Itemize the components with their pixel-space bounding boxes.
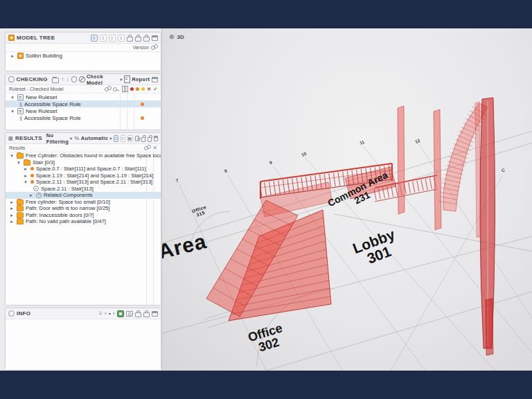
category-icon [24, 160, 30, 166]
ruleset-row[interactable]: ▾ New Ruleset [6, 107, 161, 114]
link-icon[interactable] [151, 46, 155, 50]
key-icon[interactable] [113, 87, 117, 91]
result-label: Path: Door width is too narrow [0/25] [26, 205, 109, 211]
expand-arrow-icon[interactable]: ▾ [10, 109, 15, 114]
window-bottom-bar [0, 371, 532, 399]
arrow-up-icon[interactable]: ↑ [61, 77, 64, 82]
model-tree-toolbar: Version [6, 44, 161, 52]
refresh-icon[interactable] [71, 76, 78, 82]
tree-view-3-button[interactable]: ≡ [109, 35, 116, 42]
tree-lines-icon: ≡ [111, 36, 114, 40]
result-row[interactable]: ▸ Path: Inaccessible doors [0/7] [6, 212, 161, 219]
filter-dropdown[interactable]: No Filtering ▾ [46, 132, 73, 145]
result-row-selected[interactable]: ▸ Related Components [6, 192, 161, 199]
collapse-arrow-icon[interactable]: ▸ [10, 53, 15, 58]
result-row[interactable]: ▸ Space.0.7 : Stair[111] and Space.0.7 :… [6, 166, 161, 172]
camera-icon[interactable] [126, 311, 133, 317]
tree-lines-icon: ≡ [102, 36, 105, 40]
next-icon[interactable]: › [113, 311, 115, 317]
results-icon: ▤ [8, 136, 13, 141]
lock-icon[interactable] [148, 137, 152, 142]
expand-arrow-icon[interactable]: ▾ [16, 160, 21, 165]
collapse-arrow-icon[interactable]: ▸ [28, 193, 34, 197]
results-list-view-button[interactable]: ≡ [121, 135, 125, 142]
result-row[interactable]: ▾ Space.2.11 : Stair[313] and Space.2.11… [6, 179, 161, 186]
tree-row-solibri-building[interactable]: ▸ Solibri Building [6, 52, 161, 59]
grid-icon[interactable] [122, 86, 128, 92]
collapse-arrow-icon[interactable]: ▸ [9, 219, 15, 224]
close-icon[interactable]: ✕ [152, 145, 157, 151]
viewer-title-label: 3D [177, 34, 184, 40]
severity-red-dot[interactable] [130, 87, 134, 91]
rule-icon: § [19, 102, 22, 107]
arrow-down-icon[interactable]: ↓ [66, 77, 69, 82]
accepted-icon[interactable]: ✓ [153, 87, 157, 91]
result-row[interactable]: ▸ Space.1.19 : Stair[214] and Space.1.19… [6, 172, 161, 179]
grid-label-C: C [501, 168, 505, 173]
lock-icon[interactable] [143, 312, 150, 317]
panel-window-icon[interactable] [154, 136, 158, 141]
result-row[interactable]: ▸ Free cylinder: Space too small [0/10] [6, 199, 161, 206]
result-row[interactable]: Space.2.11 : Stair[313] [6, 186, 161, 193]
result-row[interactable]: ▾ Stair [0/3] [6, 159, 161, 166]
result-label: Space.2.11 : Stair[313] [41, 186, 94, 192]
result-row[interactable]: ▾ Free Cylinder: Obstacles found in avai… [6, 152, 161, 159]
rule-result-icon [17, 153, 24, 159]
ruleset-row[interactable]: ▾ New Ruleset [6, 94, 161, 100]
camera-icon[interactable] [135, 136, 140, 141]
lock-icon[interactable] [135, 312, 141, 317]
result-label: Path: No valid path available [0/47] [26, 218, 106, 224]
link-icon[interactable] [144, 146, 148, 150]
severity-orange-dot[interactable] [136, 87, 139, 91]
ruleset-label: New Ruleset [26, 108, 57, 114]
model-tree-header: MODEL TREE ≡ ≡ ≡ ≡ [6, 33, 161, 44]
lock-icon[interactable] [127, 37, 133, 42]
result-label: Free cylinder: Space too small [0/10] [26, 199, 110, 205]
collapse-arrow-icon[interactable]: ▸ [23, 173, 28, 178]
viewer-3d[interactable]: ⊕ 3D Office 315 Area Common Area 231 Lob… [161, 28, 532, 371]
prev-icon[interactable]: ‹ [105, 311, 107, 317]
collapse-arrow-icon[interactable]: ▸ [23, 166, 28, 171]
expand-arrow-icon[interactable]: ▾ [9, 153, 15, 158]
result-label: Free Cylinder: Obstacles found in availa… [26, 152, 161, 159]
tree-view-button[interactable]: ≡ [91, 35, 98, 42]
report-button[interactable]: Report [124, 76, 150, 83]
lock-icon[interactable] [143, 37, 150, 42]
check-model-button[interactable]: Check Model ▾ [79, 73, 122, 86]
panel-window-icon[interactable] [152, 311, 158, 317]
result-label: Space.1.19 : Stair[214] and Space.1.19 :… [36, 172, 153, 179]
result-row[interactable]: ▸ Path: No valid path available [0/47] [6, 218, 161, 225]
report-label: Report [132, 76, 150, 82]
expand-arrow-icon[interactable]: ▾ [23, 179, 28, 184]
severity-yellow-dot[interactable] [141, 87, 145, 91]
result-label: Space.2.11 : Stair[313] and Space.2.11 :… [36, 179, 152, 185]
dropdown-caret-icon: ▾ [120, 77, 122, 82]
panel-window-icon[interactable] [152, 35, 158, 41]
mode-dropdown[interactable]: % Automatic ▾ [74, 135, 112, 141]
results-tree-view-button[interactable]: ≡ [114, 135, 118, 142]
collapse-arrow-icon[interactable]: ▸ [9, 206, 15, 211]
tree-view-2-button[interactable]: ≡ [100, 35, 107, 42]
report-icon [124, 76, 130, 83]
rule-row-selected[interactable]: § Accessible Space Rule [6, 100, 161, 107]
check-model-label: Check Model [87, 73, 118, 86]
version-label[interactable]: Version [133, 45, 149, 50]
highlight-button[interactable] [117, 310, 124, 317]
menu-icon[interactable]: ≡ [99, 311, 103, 317]
panel-window-icon[interactable] [152, 77, 158, 82]
lock-icon[interactable] [141, 137, 145, 142]
checking-icon [8, 76, 15, 82]
open-ruleset-icon[interactable] [52, 78, 59, 83]
rule-row[interactable]: § Accessible Space Rule [6, 114, 161, 121]
expand-arrow-icon[interactable]: ▾ [10, 95, 15, 100]
link-icon[interactable] [105, 87, 109, 91]
result-label: Stair [0/3] [33, 159, 55, 166]
tree-view-4-button[interactable]: ≡ [118, 35, 125, 42]
rejected-icon[interactable]: ✕ [147, 87, 151, 91]
lock-icon[interactable] [135, 37, 141, 42]
results-table-view-button[interactable]: ▤ [127, 135, 133, 142]
collapse-arrow-icon[interactable]: ▸ [9, 200, 15, 204]
collapse-arrow-icon[interactable]: ▸ [9, 213, 15, 218]
component-icon [33, 186, 39, 191]
result-row[interactable]: ▸ Path: Door width is too narrow [0/25] [6, 205, 161, 212]
